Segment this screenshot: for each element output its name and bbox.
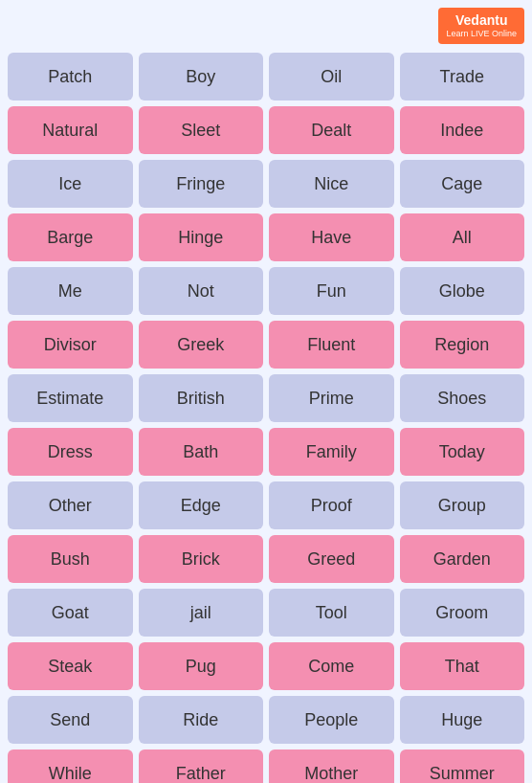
grid-cell-13[interactable]: Hinge [139, 213, 264, 261]
grid-cell-31[interactable]: Today [400, 428, 525, 476]
grid-cell-23[interactable]: Region [400, 321, 525, 369]
grid-cell-35[interactable]: Group [400, 481, 525, 529]
grid-cell-37[interactable]: Brick [139, 535, 264, 583]
grid-cell-5[interactable]: Sleet [139, 106, 264, 154]
grid-cell-4[interactable]: Natural [8, 106, 133, 154]
grid-cell-21[interactable]: Greek [139, 321, 264, 369]
grid-cell-44[interactable]: Steak [8, 642, 133, 690]
grid-cell-33[interactable]: Edge [139, 481, 264, 529]
logo-brand: Vedantu [446, 11, 517, 29]
grid-cell-52[interactable]: While [8, 749, 133, 783]
grid-cell-45[interactable]: Pug [139, 642, 264, 690]
grid-cell-10[interactable]: Nice [269, 160, 394, 208]
grid-cell-42[interactable]: Tool [269, 589, 394, 637]
grid-cell-50[interactable]: People [269, 696, 394, 744]
grid-cell-26[interactable]: Prime [269, 374, 394, 422]
grid-cell-17[interactable]: Not [139, 267, 264, 315]
grid-cell-6[interactable]: Dealt [269, 106, 394, 154]
grid-cell-12[interactable]: Barge [8, 213, 133, 261]
grid-cell-28[interactable]: Dress [8, 428, 133, 476]
grid-cell-0[interactable]: Patch [8, 53, 133, 101]
grid-cell-27[interactable]: Shoes [400, 374, 525, 422]
grid-cell-16[interactable]: Me [8, 267, 133, 315]
grid-cell-20[interactable]: Divisor [8, 321, 133, 369]
grid-cell-43[interactable]: Groom [400, 589, 525, 637]
grid-cell-54[interactable]: Mother [269, 749, 394, 783]
grid-cell-55[interactable]: Summer [400, 749, 525, 783]
grid-cell-3[interactable]: Trade [400, 53, 525, 101]
grid-cell-49[interactable]: Ride [139, 696, 264, 744]
grid-cell-41[interactable]: jail [139, 589, 264, 637]
logo-sub: Learn LIVE Online [446, 29, 517, 40]
grid-cell-14[interactable]: Have [269, 213, 394, 261]
grid-cell-47[interactable]: That [400, 642, 525, 690]
grid-cell-24[interactable]: Estimate [8, 374, 133, 422]
grid-cell-48[interactable]: Send [8, 696, 133, 744]
grid-cell-15[interactable]: All [400, 213, 525, 261]
grid-cell-34[interactable]: Proof [269, 481, 394, 529]
grid-cell-1[interactable]: Boy [139, 53, 264, 101]
grid-cell-25[interactable]: British [139, 374, 264, 422]
grid-cell-18[interactable]: Fun [269, 267, 394, 315]
grid-cell-40[interactable]: Goat [8, 589, 133, 637]
logo: Vedantu Learn LIVE Online [438, 8, 524, 44]
grid-cell-19[interactable]: Globe [400, 267, 525, 315]
grid-cell-29[interactable]: Bath [139, 428, 264, 476]
grid-cell-30[interactable]: Family [269, 428, 394, 476]
grid-cell-39[interactable]: Garden [400, 535, 525, 583]
grid-cell-32[interactable]: Other [8, 481, 133, 529]
grid-cell-22[interactable]: Fluent [269, 321, 394, 369]
grid-cell-2[interactable]: Oil [269, 53, 394, 101]
grid-cell-11[interactable]: Cage [400, 160, 525, 208]
grid-cell-36[interactable]: Bush [8, 535, 133, 583]
grid-cell-8[interactable]: Ice [8, 160, 133, 208]
word-grid: PatchBoyOilTradeNaturalSleetDealtIndeeIc… [0, 0, 532, 783]
grid-cell-51[interactable]: Huge [400, 696, 525, 744]
grid-cell-53[interactable]: Father [139, 749, 264, 783]
grid-cell-7[interactable]: Indee [400, 106, 525, 154]
grid-cell-9[interactable]: Fringe [139, 160, 264, 208]
grid-cell-38[interactable]: Greed [269, 535, 394, 583]
grid-cell-46[interactable]: Come [269, 642, 394, 690]
